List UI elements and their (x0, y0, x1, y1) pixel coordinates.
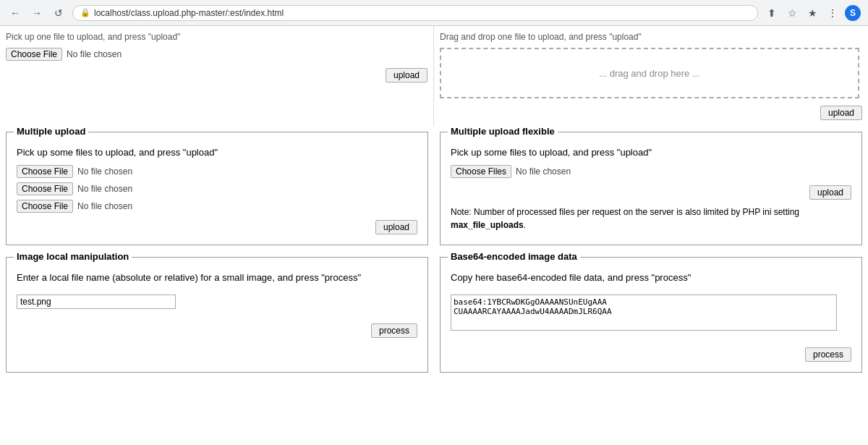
drag-drop-text: ... drag and drop here ... (599, 68, 699, 79)
multiple-choose-file-button-2[interactable]: Choose File (17, 182, 73, 195)
avatar-button[interactable]: S (845, 5, 861, 21)
forward-button[interactable]: → (29, 5, 45, 21)
multiple-upload-panel: Multiple upload Pick up some files to up… (6, 132, 428, 245)
base64-body: Copy here base64-encoded file data, and … (451, 265, 851, 362)
flexible-note-text: Note: Number of processed files per requ… (451, 207, 799, 217)
multiple-upload-title: Multiple upload (14, 126, 88, 137)
url-text: localhost/class.upload.php-master/:est/i… (94, 8, 284, 18)
image-local-panel: Image local manipulation Enter a local f… (6, 257, 428, 373)
multiple-upload-btn-row: upload (17, 220, 417, 234)
multiple-upload-desc: Pick up some files to upload, and press … (17, 147, 417, 158)
page-content: Pick up one file to upload, and press "u… (0, 26, 868, 378)
base64-process-button[interactable]: process (805, 347, 851, 362)
back-button[interactable]: ← (7, 5, 23, 21)
top-right-upload-row: upload (440, 106, 862, 120)
image-local-body: Enter a local file name (absolute or rel… (17, 265, 417, 338)
multiple-file-row-2: Choose File No file chosen (17, 182, 417, 195)
multiple-no-file-3: No file chosen (77, 201, 132, 211)
multiple-upload-flexible-panel: Multiple upload flexible Pick up some fi… (440, 132, 862, 245)
drag-drop-area[interactable]: ... drag and drop here ... (440, 48, 859, 98)
top-left-panel: Pick up one file to upload, and press "u… (0, 26, 434, 126)
flexible-choose-files-button[interactable]: Choose Files (451, 165, 511, 178)
image-local-desc: Enter a local file name (absolute or rel… (17, 272, 417, 283)
base64-panel: Base64-encoded image data Copy here base… (440, 257, 862, 373)
reload-button[interactable]: ↺ (51, 5, 67, 21)
image-local-input[interactable] (17, 294, 176, 309)
flexible-no-file: No file chosen (516, 166, 571, 177)
extension-button[interactable]: ★ (804, 5, 820, 21)
base64-textarea[interactable]: base64:1YBCRwDKGgOAAAANSUnEUgAAA CUAAAAR… (451, 294, 837, 331)
multiple-upload-flexible-desc: Pick up some files to upload, and press … (451, 147, 851, 158)
multiple-no-file-1: No file chosen (77, 166, 132, 177)
bookmark-button[interactable]: ☆ (784, 5, 800, 21)
base64-process-row: process (451, 347, 851, 362)
multiple-file-row-3: Choose File No file chosen (17, 200, 417, 213)
top-left-no-file: No file chosen (67, 49, 122, 59)
menu-button[interactable]: ⋮ (825, 5, 841, 21)
middle-panels: Multiple upload Pick up some files to up… (0, 126, 868, 251)
flexible-note-code: max_file_uploads (451, 220, 524, 230)
multiple-upload-body: Pick up some files to upload, and press … (17, 140, 417, 234)
multiple-choose-file-button-1[interactable]: Choose File (17, 165, 73, 178)
image-local-title: Image local manipulation (14, 251, 132, 262)
multiple-no-file-2: No file chosen (77, 184, 132, 194)
browser-actions: ⬆ ☆ ★ ⋮ S (764, 5, 861, 21)
bottom-panels: Image local manipulation Enter a local f… (0, 251, 868, 378)
flexible-upload-btn-row: upload (451, 185, 851, 200)
flexible-upload-button[interactable]: upload (809, 185, 851, 200)
share-button[interactable]: ⬆ (764, 5, 780, 21)
multiple-file-row-1: Choose File No file chosen (17, 165, 417, 178)
multiple-upload-flexible-title: Multiple upload flexible (448, 126, 558, 137)
image-local-process-row: process (17, 323, 417, 338)
flexible-file-row: Choose Files No file chosen (451, 165, 851, 178)
multiple-choose-file-button-3[interactable]: Choose File (17, 200, 73, 213)
top-right-upload-button[interactable]: upload (820, 106, 862, 120)
top-right-panel: Drag and drop one file to upload, and pr… (434, 26, 868, 126)
top-right-desc: Drag and drop one file to upload, and pr… (440, 32, 862, 42)
lock-icon: 🔒 (80, 8, 90, 17)
base64-desc: Copy here base64-encoded file data, and … (451, 272, 851, 283)
browser-bar: ← → ↺ 🔒 localhost/class.upload.php-maste… (0, 0, 868, 26)
top-left-choose-file-button[interactable]: Choose File (6, 48, 62, 61)
top-left-upload-button[interactable]: upload (386, 68, 427, 82)
top-left-upload-row: upload (6, 68, 427, 82)
multiple-upload-button[interactable]: upload (375, 220, 417, 234)
image-local-process-button[interactable]: process (371, 323, 417, 338)
multiple-upload-flexible-body: Pick up some files to upload, and press … (451, 140, 851, 232)
address-bar[interactable]: 🔒 localhost/class.upload.php-master/:est… (72, 5, 758, 21)
base64-title: Base64-encoded image data (448, 251, 580, 262)
top-panels: Pick up one file to upload, and press "u… (0, 26, 868, 126)
top-left-file-row: Choose File No file chosen (6, 48, 427, 61)
flexible-note: Note: Number of processed files per requ… (451, 205, 851, 232)
top-left-desc: Pick up one file to upload, and press "u… (6, 32, 427, 42)
flexible-note-end: . (524, 220, 526, 230)
